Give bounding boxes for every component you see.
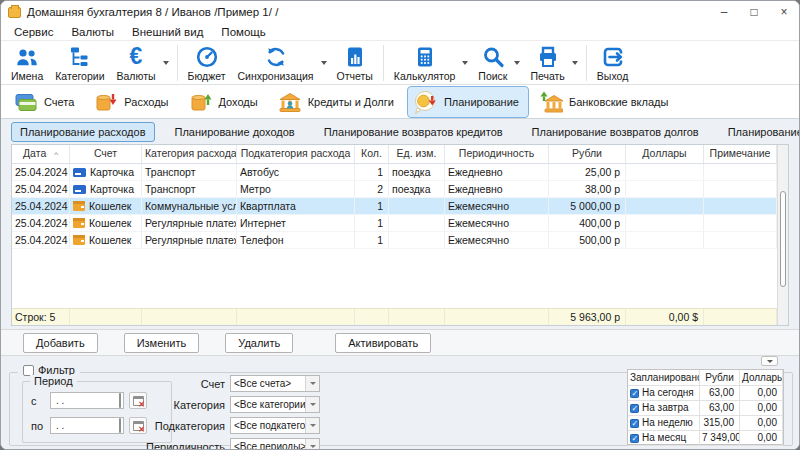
print-button[interactable]: Печать xyxy=(524,43,570,83)
cards-icon xyxy=(14,90,38,114)
table-row-selected[interactable]: 25.04.2024 Кошелек Коммунальные услуги К… xyxy=(12,198,777,215)
col-header-account[interactable]: Счет xyxy=(70,145,142,163)
subtab-debt-returns-planning[interactable]: Планирование возвратов долгов xyxy=(523,122,708,142)
planned-options-button[interactable] xyxy=(761,356,778,366)
planned-summary-table: Запланировано Рубли Доллары На сегодня 6… xyxy=(627,369,784,445)
calculator-button[interactable]: Калькулятор xyxy=(388,43,461,83)
col-header-dollars[interactable]: Доллары xyxy=(626,145,704,163)
table-header-row: Дата^ Счет Категория расхода Подкатегори… xyxy=(12,145,777,164)
tab-expenses[interactable]: Расходы xyxy=(87,86,178,118)
subtab-income-planning[interactable]: Планирование доходов xyxy=(166,122,304,142)
subcategory-select[interactable]: <Все подкатегории> xyxy=(230,417,320,434)
reports-button[interactable]: Отчеты xyxy=(331,43,379,83)
tab-credits[interactable]: Кредиты и Долги xyxy=(271,86,404,118)
rubles-total: 5 963,00 р xyxy=(549,309,626,325)
add-button[interactable]: Добавить xyxy=(23,333,98,353)
table-row[interactable]: 25.04.2024 Кошелек Регулярные платежи Те… xyxy=(12,232,777,249)
menu-appearance[interactable]: Внешний вид xyxy=(123,26,212,38)
filter-selects: Счет <Все счета> Категория <Все категори… xyxy=(108,375,320,450)
checked-checkbox[interactable] xyxy=(630,434,639,443)
card-icon xyxy=(73,168,86,177)
toolbar-divider xyxy=(177,45,178,81)
svg-text:€: € xyxy=(130,45,143,69)
currencies-dropdown-arrow[interactable] xyxy=(163,61,169,65)
col-header-periodicity[interactable]: Периодичность xyxy=(445,145,549,163)
sub-tab-bar: Планирование расходов Планирование доход… xyxy=(11,122,800,142)
tab-deposits[interactable]: Банковские вклады xyxy=(532,86,678,118)
toolbar-label: Выход xyxy=(597,70,628,82)
toolbar-label: Поиск xyxy=(478,70,507,82)
table-row[interactable]: 25.04.2024 Карточка Транспорт Автобус 1 … xyxy=(12,164,777,181)
calculator-dropdown-arrow[interactable] xyxy=(462,61,468,65)
col-header-subcategory[interactable]: Подкатегория расхода xyxy=(237,145,355,163)
col-header-rubles[interactable]: Рубли xyxy=(549,145,626,163)
close-button[interactable]: × xyxy=(769,1,799,23)
table-empty-area xyxy=(12,249,777,308)
scrollbar-thumb[interactable] xyxy=(780,191,786,287)
col-header-qty[interactable]: Кол. xyxy=(355,145,389,163)
checked-checkbox[interactable] xyxy=(630,389,639,398)
people-icon xyxy=(15,45,39,69)
toolbar-label: Синхронизация xyxy=(238,70,314,82)
delete-button[interactable]: Удалить xyxy=(225,333,293,353)
print-dropdown-arrow[interactable] xyxy=(572,61,578,65)
chevron-down-icon xyxy=(305,418,319,433)
tab-label: Планирование xyxy=(444,96,519,108)
activate-button[interactable]: Активировать xyxy=(335,333,431,353)
planned-row-today: На сегодня 63,00 0,00 xyxy=(628,386,783,401)
tab-planning[interactable]: Планирование xyxy=(407,86,529,118)
search-dropdown-arrow[interactable] xyxy=(514,61,520,65)
account-select[interactable]: <Все счета> xyxy=(230,375,320,392)
menu-help[interactable]: Помощь xyxy=(212,26,274,38)
menu-service[interactable]: Сервис xyxy=(5,26,62,38)
names-button[interactable]: Имена xyxy=(5,43,49,83)
sync-button[interactable]: Синхронизация xyxy=(232,43,320,83)
subtab-expense-planning[interactable]: Планирование расходов xyxy=(11,122,155,142)
category-select[interactable]: <Все категории> xyxy=(230,396,320,413)
income-icon xyxy=(189,90,213,114)
periodicity-select[interactable]: <Все периоды> xyxy=(230,438,320,450)
menu-currencies[interactable]: Валюты xyxy=(62,26,123,38)
printer-icon xyxy=(536,45,560,69)
col-header-unit[interactable]: Ед. изм. xyxy=(389,145,445,163)
checked-checkbox[interactable] xyxy=(630,419,639,428)
calculator-icon xyxy=(413,45,437,69)
table-row[interactable]: 25.04.2024 Карточка Транспорт Метро 2 по… xyxy=(12,181,777,198)
sync-dropdown-arrow[interactable] xyxy=(321,61,327,65)
planned-row-month: На месяц 7 349,00 0,00 xyxy=(628,431,783,446)
gauge-icon xyxy=(195,45,219,69)
planning-content: Планирование расходов Планирование доход… xyxy=(1,119,799,449)
search-icon xyxy=(481,45,505,69)
exit-button[interactable]: Выход xyxy=(591,43,634,83)
tree-icon xyxy=(68,45,92,69)
subtab-transfers-planning[interactable]: Планирование переносов со счета на счет xyxy=(719,122,800,142)
toolbar-label: Калькулятор xyxy=(394,70,455,82)
filter-checkbox[interactable] xyxy=(23,365,34,376)
maximize-button[interactable]: □ xyxy=(739,1,769,23)
search-button[interactable]: Поиск xyxy=(472,43,513,83)
col-header-date[interactable]: Дата^ xyxy=(12,145,70,163)
planned-row-week: На неделю 315,00 0,00 xyxy=(628,416,783,431)
sync-icon xyxy=(264,45,288,69)
col-header-category[interactable]: Категория расхода xyxy=(142,145,237,163)
budget-button[interactable]: Бюджет xyxy=(182,43,232,83)
wallet-icon xyxy=(73,218,85,228)
table-totals-row: Строк: 5 5 963,00 р 0,00 $ xyxy=(12,308,777,325)
subtab-credit-returns-planning[interactable]: Планирование возвратов кредитов xyxy=(315,122,512,142)
tab-income[interactable]: Доходы xyxy=(182,86,268,118)
table-row[interactable]: 25.04.2024 Кошелек Регулярные платежи Ин… xyxy=(12,215,777,232)
checked-checkbox[interactable] xyxy=(630,404,639,413)
planning-icon xyxy=(414,90,438,114)
tab-accounts[interactable]: Счета xyxy=(7,86,84,118)
minimize-button[interactable]: – xyxy=(709,1,739,23)
vertical-scrollbar[interactable] xyxy=(777,145,788,325)
categories-button[interactable]: Категории xyxy=(49,43,110,83)
planned-header-row: Запланировано Рубли Доллары xyxy=(628,370,783,386)
chevron-down-icon xyxy=(767,360,773,363)
menu-bar: Сервис Валюты Внешний вид Помощь xyxy=(1,23,799,40)
sort-asc-icon: ^ xyxy=(54,150,58,159)
edit-button[interactable]: Изменить xyxy=(124,333,200,353)
wallet-icon xyxy=(73,201,85,211)
col-header-note[interactable]: Примечание xyxy=(704,145,777,163)
currencies-button[interactable]: € Валюты xyxy=(111,43,162,83)
